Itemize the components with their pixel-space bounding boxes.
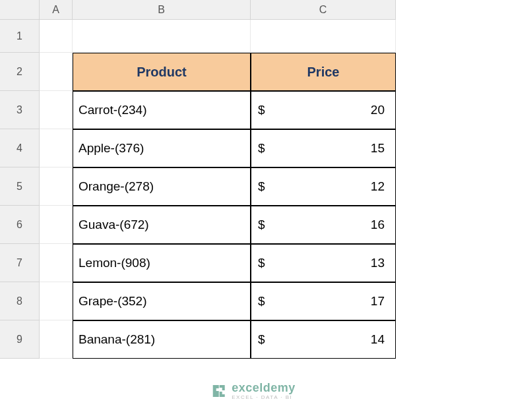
col-header-c[interactable]: C	[251, 0, 396, 20]
price-value: 17	[371, 294, 385, 309]
row-header-2[interactable]: 2	[0, 53, 40, 91]
price-cell[interactable]: $ 14	[251, 320, 396, 359]
cell-a9[interactable]	[40, 320, 73, 359]
price-cell[interactable]: $ 16	[251, 206, 396, 244]
product-cell[interactable]: Guava-(672)	[73, 206, 251, 244]
col-header-b[interactable]: B	[73, 0, 251, 20]
price-value: 16	[371, 218, 385, 232]
product-cell[interactable]: Banana-(281)	[73, 320, 251, 359]
product-cell[interactable]: Carrot-(234)	[73, 91, 251, 129]
cell-a8[interactable]	[40, 282, 73, 320]
cell-a1[interactable]	[40, 20, 73, 53]
cell-a5[interactable]	[40, 167, 73, 206]
price-cell[interactable]: $ 20	[251, 91, 396, 129]
price-value: 20	[371, 103, 385, 117]
price-value: 14	[371, 332, 385, 347]
cell-a6[interactable]	[40, 206, 73, 244]
row-header-5[interactable]: 5	[0, 167, 40, 206]
header-price[interactable]: Price	[251, 53, 396, 91]
price-value: 13	[371, 256, 385, 270]
cell-a3[interactable]	[40, 91, 73, 129]
price-cell[interactable]: $ 13	[251, 244, 396, 282]
row-header-1[interactable]: 1	[0, 20, 40, 53]
row-header-9[interactable]: 9	[0, 320, 40, 359]
price-cell[interactable]: $ 12	[251, 167, 396, 206]
cell-a4[interactable]	[40, 129, 73, 167]
header-product[interactable]: Product	[73, 53, 251, 91]
currency-symbol: $	[258, 179, 265, 194]
cell-c1[interactable]	[251, 20, 396, 53]
product-cell[interactable]: Lemon-(908)	[73, 244, 251, 282]
cell-b1[interactable]	[73, 20, 251, 53]
currency-symbol: $	[258, 332, 265, 347]
price-value: 15	[371, 141, 385, 156]
select-all-corner[interactable]	[0, 0, 40, 20]
watermark-title: exceldemy	[232, 382, 296, 394]
currency-symbol: $	[258, 256, 265, 270]
product-cell[interactable]: Orange-(278)	[73, 167, 251, 206]
watermark-text: exceldemy EXCEL · DATA · BI	[232, 382, 296, 400]
row-header-6[interactable]: 6	[0, 206, 40, 244]
product-cell[interactable]: Grape-(352)	[73, 282, 251, 320]
price-value: 12	[371, 179, 385, 194]
watermark: exceldemy EXCEL · DATA · BI	[210, 382, 296, 400]
price-cell[interactable]: $ 17	[251, 282, 396, 320]
row-header-8[interactable]: 8	[0, 282, 40, 320]
spreadsheet-grid: A B C 1 2 Product Price 3 Carrot-(234) $…	[0, 0, 506, 359]
currency-symbol: $	[258, 218, 265, 232]
cell-a7[interactable]	[40, 244, 73, 282]
currency-symbol: $	[258, 141, 265, 156]
currency-symbol: $	[258, 103, 265, 117]
row-header-7[interactable]: 7	[0, 244, 40, 282]
watermark-subtitle: EXCEL · DATA · BI	[232, 395, 296, 400]
price-cell[interactable]: $ 15	[251, 129, 396, 167]
row-header-3[interactable]: 3	[0, 91, 40, 129]
product-cell[interactable]: Apple-(376)	[73, 129, 251, 167]
exceldemy-logo-icon	[210, 383, 226, 399]
cell-a2[interactable]	[40, 53, 73, 91]
col-header-a[interactable]: A	[40, 0, 73, 20]
row-header-4[interactable]: 4	[0, 129, 40, 167]
currency-symbol: $	[258, 294, 265, 309]
